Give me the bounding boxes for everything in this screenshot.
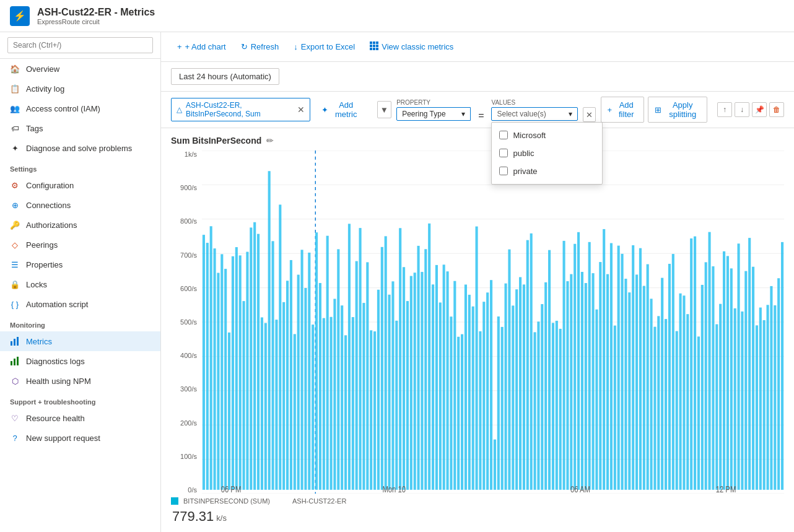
- dropdown-item-private[interactable]: private: [492, 162, 602, 180]
- search-input[interactable]: [7, 37, 153, 53]
- filter-icon: ▼: [380, 105, 388, 115]
- sidebar-item-label: Authorizations: [26, 220, 77, 230]
- config-icon: ⚙: [10, 180, 20, 190]
- svg-rect-55: [304, 288, 307, 490]
- sidebar-item-label: Metrics: [26, 337, 52, 346]
- y-label-8: 200/s: [180, 419, 197, 427]
- svg-rect-171: [726, 256, 729, 489]
- metrics-icon: [10, 336, 20, 346]
- sidebar-item-configuration[interactable]: ⚙ Configuration: [0, 175, 160, 195]
- svg-rect-164: [701, 285, 704, 490]
- sidebar-item-metrics[interactable]: Metrics: [0, 331, 160, 351]
- svg-rect-158: [679, 294, 682, 490]
- sidebar-item-diagnostics-logs[interactable]: Diagnostics logs: [0, 351, 160, 371]
- sidebar-item-automation[interactable]: { } Automation script: [0, 294, 160, 314]
- svg-rect-2: [17, 337, 19, 346]
- svg-rect-80: [395, 321, 398, 490]
- svg-rect-150: [650, 299, 653, 489]
- svg-rect-62: [330, 317, 333, 490]
- chart-edit-icon[interactable]: ✏: [266, 136, 274, 146]
- microsoft-checkbox[interactable]: [499, 131, 508, 139]
- section-monitoring: Monitoring: [0, 314, 160, 331]
- values-dropdown[interactable]: Select value(s) ▾: [491, 107, 578, 121]
- refresh-label: Refresh: [251, 42, 279, 51]
- sidebar-item-iam[interactable]: 👥 Access control (IAM): [0, 98, 160, 118]
- svg-rect-77: [385, 236, 387, 489]
- legend-value: 779.31: [172, 508, 214, 525]
- chart-pin-button[interactable]: 📌: [752, 102, 767, 117]
- svg-rect-130: [577, 232, 580, 490]
- refresh-button[interactable]: ↻ Refresh: [235, 39, 286, 55]
- property-value: Peering Type: [402, 110, 446, 118]
- svg-rect-36: [235, 247, 238, 490]
- clear-values-button[interactable]: ✕: [583, 107, 595, 122]
- private-checkbox[interactable]: [499, 167, 508, 175]
- sidebar-item-activity-log[interactable]: 📋 Activity log: [0, 79, 160, 98]
- property-dropdown[interactable]: Peering Type ▾: [396, 107, 471, 121]
- view-classic-button[interactable]: View classic metrics: [364, 38, 460, 55]
- svg-rect-96: [453, 281, 456, 490]
- svg-rect-99: [465, 284, 467, 489]
- sidebar: 🏠 Overview 📋 Activity log 👥 Access contr…: [0, 32, 161, 532]
- chart-up-button[interactable]: ↑: [717, 102, 732, 117]
- svg-rect-10: [373, 45, 375, 47]
- public-checkbox[interactable]: [499, 149, 508, 157]
- section-support: Support + troubleshooting: [0, 391, 160, 408]
- svg-rect-98: [461, 334, 463, 490]
- sidebar-item-peerings[interactable]: ◇ Peerings: [0, 235, 160, 255]
- svg-rect-42: [257, 234, 260, 490]
- svg-rect-139: [610, 243, 613, 490]
- sidebar-item-overview[interactable]: 🏠 Overview: [0, 59, 160, 79]
- add-metric-button[interactable]: ✦ Add metric: [315, 98, 367, 121]
- svg-rect-113: [515, 289, 518, 490]
- add-filter-icon: +: [608, 105, 613, 115]
- sidebar-item-locks[interactable]: 🔒 Locks: [0, 274, 160, 294]
- sidebar-item-resource-health[interactable]: ♡ Resource health: [0, 408, 160, 428]
- equals-sign: =: [476, 110, 486, 123]
- y-label-9: 100/s: [180, 453, 197, 460]
- main-layout: 🏠 Overview 📋 Activity log 👥 Access contr…: [0, 32, 794, 532]
- svg-rect-70: [359, 228, 362, 490]
- connections-icon: ⊕: [10, 200, 20, 210]
- sidebar-item-diagnose[interactable]: ✦ Diagnose and solve problems: [0, 138, 160, 158]
- svg-rect-142: [621, 254, 624, 490]
- export-excel-button[interactable]: ↓ Export to Excel: [287, 39, 361, 55]
- filter-bar: Last 24 hours (Automatic): [161, 62, 794, 92]
- filter-icon-button[interactable]: ▼: [377, 101, 391, 118]
- sidebar-item-tags[interactable]: 🏷 Tags: [0, 118, 160, 138]
- dropdown-item-microsoft[interactable]: Microsoft: [492, 126, 602, 144]
- clear-icon: ✕: [586, 110, 593, 120]
- sidebar-item-health-npm[interactable]: ⬡ Health using NPM: [0, 371, 160, 391]
- svg-rect-52: [294, 334, 296, 489]
- svg-rect-179: [756, 325, 758, 490]
- y-label-10: 0/s: [188, 486, 197, 494]
- chart-down-button[interactable]: ↓: [735, 102, 749, 117]
- svg-rect-59: [319, 283, 321, 490]
- time-range-button[interactable]: Last 24 hours (Automatic): [171, 68, 279, 85]
- svg-rect-162: [694, 237, 696, 490]
- metric-filter-row: △ ASH-Cust22-ER, BitsInPerSecond, Sum ✕ …: [161, 92, 794, 128]
- add-chart-label: + Add chart: [185, 42, 226, 51]
- sidebar-item-label: New support request: [26, 434, 100, 443]
- sidebar-item-label: Access control (IAM): [26, 104, 100, 113]
- sidebar-item-support-request[interactable]: ? New support request: [0, 428, 160, 448]
- sidebar-item-connections[interactable]: ⊕ Connections: [0, 195, 160, 215]
- chart-svg-area: 06 PM Mon 10 06 AM 12 PM: [202, 150, 784, 494]
- apply-splitting-button[interactable]: ⊞ Apply splitting: [648, 97, 707, 123]
- svg-rect-112: [512, 305, 514, 489]
- svg-rect-106: [490, 280, 492, 490]
- add-chart-button[interactable]: + + Add chart: [171, 39, 232, 55]
- add-filter-button[interactable]: + Add filter: [601, 97, 645, 123]
- svg-rect-175: [741, 312, 743, 490]
- svg-rect-105: [486, 292, 489, 490]
- svg-rect-75: [377, 290, 380, 490]
- svg-rect-165: [705, 262, 707, 489]
- metric-tag-close[interactable]: ✕: [297, 105, 305, 115]
- svg-rect-29: [210, 226, 212, 490]
- chart-delete-button[interactable]: 🗑: [769, 102, 784, 117]
- sidebar-item-authorizations[interactable]: 🔑 Authorizations: [0, 215, 160, 235]
- svg-rect-109: [501, 327, 504, 490]
- dropdown-item-public[interactable]: public: [492, 144, 602, 162]
- sidebar-item-properties[interactable]: ☰ Properties: [0, 255, 160, 274]
- svg-rect-108: [497, 316, 500, 490]
